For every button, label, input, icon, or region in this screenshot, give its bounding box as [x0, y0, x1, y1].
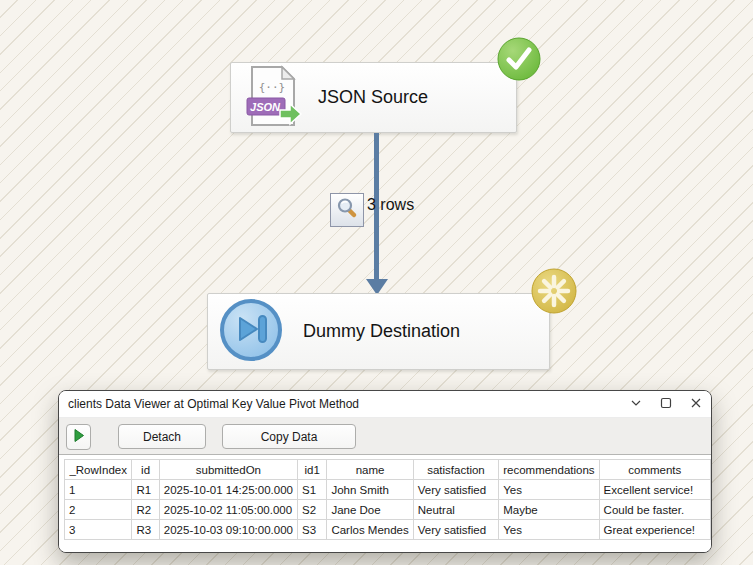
cell[interactable]: Could be faster. [599, 500, 710, 520]
row-count-label: 3 rows [367, 196, 414, 214]
cell[interactable]: 2025-10-02 11:05:00.000 [159, 500, 297, 520]
close-icon [690, 395, 702, 413]
column-header[interactable]: comments [599, 460, 710, 480]
destination-node[interactable]: Dummy Destination [207, 293, 550, 370]
play-icon [74, 429, 84, 445]
cell[interactable]: R1 [132, 480, 159, 500]
magnifier-icon [335, 196, 359, 224]
cell[interactable]: Great experience! [599, 520, 710, 540]
check-badge-icon [497, 37, 541, 85]
column-header[interactable]: submittedOn [159, 460, 297, 480]
data-viewer-magnifier-button[interactable] [330, 193, 364, 227]
table-row[interactable]: 2R22025-10-02 11:05:00.000S2Jane DoeNeut… [65, 500, 711, 520]
svg-text:JSON: JSON [250, 101, 281, 113]
cell[interactable]: 3 [65, 520, 132, 540]
cell[interactable]: Carlos Mendes [327, 520, 413, 540]
data-grid: _RowIndexidsubmittedOnid1namesatisfactio… [64, 459, 711, 540]
spinner-badge-icon [531, 268, 577, 318]
column-header[interactable]: satisfaction [413, 460, 498, 480]
cell[interactable]: Very satisfied [413, 480, 498, 500]
cell[interactable]: 2 [65, 500, 132, 520]
data-viewer-window: clients Data Viewer at Optimal Key Value… [58, 390, 712, 553]
minimize-button[interactable] [621, 391, 651, 417]
viewer-toolbar: Detach Copy Data [59, 418, 711, 455]
source-node[interactable]: {··} JSON JSON Source [230, 62, 517, 133]
cell[interactable]: Maybe [499, 500, 599, 520]
grid-area: _RowIndexidsubmittedOnid1namesatisfactio… [59, 455, 711, 552]
source-node-label: JSON Source [318, 87, 428, 108]
cell[interactable]: 1 [65, 480, 132, 500]
maximize-icon [660, 395, 672, 413]
cell[interactable]: 2025-10-01 14:25:00.000 [159, 480, 297, 500]
maximize-button[interactable] [651, 391, 681, 417]
detach-button[interactable]: Detach [118, 424, 206, 449]
cell[interactable]: Very satisfied [413, 520, 498, 540]
header-row: _RowIndexidsubmittedOnid1namesatisfactio… [65, 460, 711, 480]
cell[interactable]: R3 [132, 520, 159, 540]
column-header[interactable]: id1 [297, 460, 326, 480]
cell[interactable]: Yes [499, 480, 599, 500]
cell[interactable]: S3 [297, 520, 326, 540]
continue-button[interactable] [66, 424, 91, 450]
column-header[interactable]: _RowIndex [65, 460, 132, 480]
cell[interactable]: Yes [499, 520, 599, 540]
svg-text:{··}: {··} [259, 81, 286, 94]
cell[interactable]: S1 [297, 480, 326, 500]
close-button[interactable] [681, 391, 711, 417]
title-bar[interactable]: clients Data Viewer at Optimal Key Value… [59, 391, 711, 418]
column-header[interactable]: name [327, 460, 413, 480]
window-title: clients Data Viewer at Optimal Key Value… [68, 397, 621, 411]
copy-data-button[interactable]: Copy Data [222, 424, 356, 449]
cell[interactable]: R2 [132, 500, 159, 520]
cell[interactable]: S2 [297, 500, 326, 520]
dataflow-designer-canvas: { "pipeline": { "source": { "label": "JS… [0, 0, 753, 565]
cell[interactable]: Jane Doe [327, 500, 413, 520]
table-row[interactable]: 3R32025-10-03 09:10:00.000S3Carlos Mende… [65, 520, 711, 540]
json-file-icon: {··} JSON [244, 65, 302, 131]
column-header[interactable]: recommendations [499, 460, 599, 480]
skip-end-icon [219, 298, 283, 366]
column-header[interactable]: id [132, 460, 159, 480]
table-row[interactable]: 1R12025-10-01 14:25:00.000S1John SmithVe… [65, 480, 711, 500]
cell[interactable]: John Smith [327, 480, 413, 500]
destination-node-label: Dummy Destination [303, 321, 460, 342]
cell[interactable]: 2025-10-03 09:10:00.000 [159, 520, 297, 540]
cell[interactable]: Excellent service! [599, 480, 710, 500]
cell[interactable]: Neutral [413, 500, 498, 520]
chevron-down-icon [630, 395, 642, 413]
